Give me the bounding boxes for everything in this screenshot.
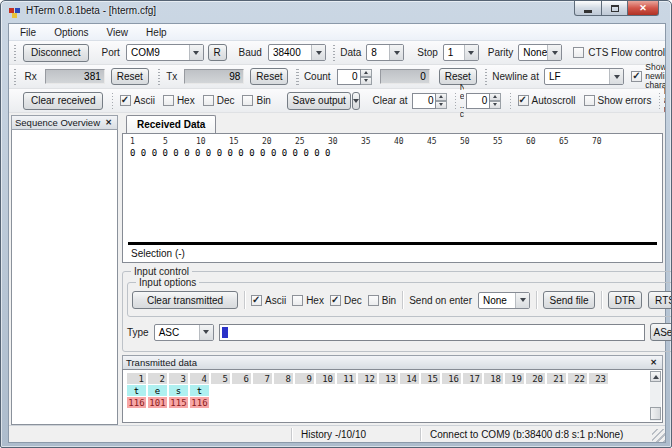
send-file-button[interactable]: Send file [543,291,595,309]
received-data-pane[interactable]: 1510152025303540455055606570 0 0 0 0 0 0… [122,133,663,263]
chevron-down-icon[interactable] [189,45,203,60]
save-output-button[interactable]: Save output [287,92,351,110]
show-errors-checkbox[interactable] [584,95,595,106]
spin-down-icon[interactable] [361,77,372,85]
clear-at-value[interactable]: 0 [412,93,436,109]
chevron-down-icon[interactable] [199,325,213,340]
toolbar-grip[interactable] [14,45,16,61]
rx-ascii-label: Ascii [134,95,155,106]
ruler-tick: 5 [163,137,168,146]
spin-up-icon[interactable] [490,93,501,101]
type-combo[interactable]: ASC [154,324,214,341]
close-button[interactable]: ✕ [627,1,659,16]
parity-combo[interactable]: None [518,44,562,61]
transmitted-data-pane[interactable]: 1234567891011121314151617181920212223 te… [122,369,663,423]
resize-grip[interactable] [652,429,665,442]
menu-help[interactable]: Help [137,26,176,39]
spin-up-icon[interactable] [361,69,372,77]
chevron-down-icon[interactable] [609,69,623,84]
toolbar-grip[interactable] [296,69,298,85]
spin-up-icon[interactable] [436,93,447,101]
clear-received-button[interactable]: Clear received [23,92,103,110]
data-bits-combo[interactable]: 8 [366,44,404,61]
tx-reset-button[interactable]: Reset [250,68,288,85]
chevron-down-icon[interactable] [389,45,403,60]
stop-bits-combo[interactable]: 1 [443,44,479,61]
input-control-group: Input control Input options Clear transm… [122,266,672,352]
tx-cell: 116 [127,397,146,408]
newline-every-value[interactable]: 0 [466,93,490,109]
client-area: File Options View Help Disconnect Port C… [8,23,666,443]
rx-reset-button[interactable]: Reset [111,68,149,85]
scrollbar-thumb[interactable] [650,407,661,420]
tx-hex-checkbox[interactable] [292,295,303,306]
close-panel-icon[interactable]: ✕ [648,358,659,367]
rts-button[interactable]: RTS [648,291,672,309]
send-on-enter-combo[interactable]: None [478,292,530,309]
menu-options[interactable]: Options [45,26,97,39]
chevron-down-icon[interactable] [464,45,478,60]
save-output-dropdown-button[interactable] [352,92,360,110]
tx-ascii-checkbox[interactable] [251,295,262,306]
disconnect-button[interactable]: Disconnect [23,44,88,62]
autoscroll-checkbox[interactable] [518,95,529,106]
ruler-tick: 35 [361,137,371,146]
count-spinner[interactable]: 0 [337,69,372,85]
rx-label: Rx [24,71,36,82]
menu-file[interactable]: File [11,26,45,39]
minimize-button[interactable] [574,1,602,16]
received-data-text: 0 0 0 0 0 0 0 0 0 0 0 0 0 0 0 0 0 0 0 [130,148,330,158]
tx-cell: t [190,385,209,396]
tx-bin-label: Bin [382,295,396,306]
toolbar-grip[interactable] [333,45,335,61]
count-spin-value[interactable]: 0 [337,69,361,85]
rx-hex-checkbox[interactable] [163,95,174,106]
ruler-tick: 45 [427,137,437,146]
chevron-down-icon[interactable] [515,293,529,308]
baud-label: Baud [239,47,262,58]
toolbar-grip[interactable] [485,69,487,85]
rescan-ports-button[interactable]: R [208,44,227,61]
port-combo[interactable]: COM9 [126,44,204,61]
close-panel-icon[interactable]: ✕ [103,118,114,127]
tx-cell: 20 [526,373,545,384]
chevron-down-icon[interactable] [311,45,325,60]
rx-bin-checkbox[interactable] [242,95,253,106]
tab-received-data[interactable]: Received Data [126,115,216,134]
send-input-field[interactable] [219,324,645,341]
rx-dec-checkbox[interactable] [203,95,214,106]
show-newline-checkbox[interactable] [631,71,642,82]
toolbar-counters: Rx 381 Reset Tx 98 Reset Count 0 0 Reset… [9,65,665,89]
menu-view[interactable]: View [98,26,138,39]
tx-dec-checkbox[interactable] [330,295,341,306]
rx-ascii-checkbox[interactable] [120,95,131,106]
sequence-overview-list[interactable] [11,130,118,425]
parity-label: Parity [488,47,514,58]
baud-combo[interactable]: 38400 [268,44,326,61]
selection-divider[interactable] [128,242,657,245]
toolbar-grip[interactable] [14,69,16,85]
count-reset-button[interactable]: Reset [439,68,477,85]
tx-scrollbar[interactable] [650,371,661,421]
scroll-up-icon[interactable] [650,371,661,382]
dtr-button[interactable]: DTR [608,291,642,309]
chevron-down-icon[interactable] [547,45,561,60]
titlebar[interactable]: HTerm 0.8.1beta - [hterm.cfg] ✕ [1,1,671,23]
status-spacer [9,426,291,442]
newline-every-spinner[interactable]: 0 [466,93,501,109]
maximize-button[interactable] [602,1,627,16]
tx-bin-checkbox[interactable] [368,295,379,306]
show-newline-label: Show newline characters [645,63,665,90]
toolbar-grip[interactable] [158,69,160,85]
asend-button[interactable]: ASend [650,323,672,341]
cts-flow-checkbox[interactable] [573,47,584,58]
clear-at-spinner[interactable]: 0 [412,93,447,109]
spin-down-icon[interactable] [490,101,501,109]
clear-transmitted-button[interactable]: Clear transmitted [132,291,238,309]
text-caret [222,327,228,338]
newline-at-combo[interactable]: LF [544,68,624,85]
tx-cell: 8 [274,373,293,384]
tx-cell: 3 [169,373,188,384]
spin-down-icon[interactable] [436,101,447,109]
newline-at-label: Newline at [492,71,539,82]
